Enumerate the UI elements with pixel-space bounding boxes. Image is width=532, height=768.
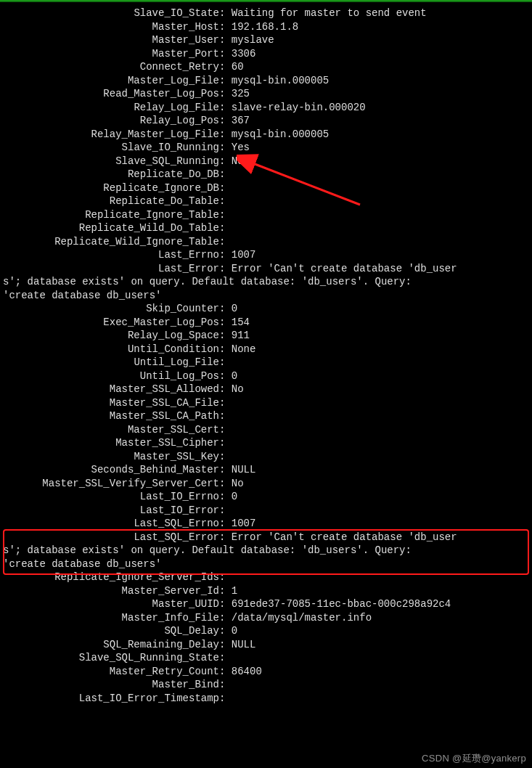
status-label: Master_User — [1, 33, 219, 47]
status-row: Master_Bind: — [1, 678, 531, 692]
status-value: mysql-bin.000005 — [225, 74, 329, 88]
status-row: Replicate_Ignore_DB: — [1, 181, 531, 195]
status-label: Master_Log_File — [1, 74, 219, 88]
status-label: Until_Log_Pos — [1, 369, 219, 383]
status-row: Master_Info_File:/data/mysql/master.info — [1, 611, 531, 625]
status-value: Waiting for master to send event — [225, 7, 426, 20]
status-value: 1 — [225, 584, 237, 598]
status-row: Master_SSL_Allowed:No — [1, 383, 531, 396]
status-label: Master_Retry_Count — [1, 665, 219, 679]
status-value: Error 'Can't create database 'db_user — [225, 262, 457, 276]
status-row: Relay_Master_Log_File:mysql-bin.000005 — [1, 128, 531, 142]
status-value — [225, 450, 231, 464]
status-label: Master_Server_Id — [1, 584, 219, 598]
status-value: 0 — [225, 624, 237, 638]
status-row: Replicate_Wild_Do_Table: — [1, 221, 531, 235]
status-value — [225, 436, 231, 450]
status-row: Slave_SQL_Running_State: — [1, 651, 531, 665]
status-row: Replicate_Ignore_Server_Ids: — [1, 571, 531, 584]
status-value: 0 — [225, 369, 237, 383]
status-label: Relay_Master_Log_File — [1, 128, 219, 142]
status-value — [225, 356, 231, 369]
status-label: Last_SQL_Errno — [1, 517, 219, 531]
status-value — [225, 181, 231, 195]
status-value — [225, 678, 231, 692]
status-value — [225, 208, 231, 222]
status-label: Relay_Log_Pos — [1, 114, 219, 128]
status-row: Master_Server_Id:1 — [1, 584, 531, 598]
status-label: Relay_Log_File — [1, 101, 219, 115]
status-row: Replicate_Do_Table: — [1, 195, 531, 208]
status-row: Last_Errno:1007 — [1, 248, 531, 262]
terminal-output: Slave_IO_State:Waiting for master to sen… — [0, 2, 532, 705]
status-row: Master_SSL_Cipher: — [1, 436, 531, 450]
status-row: Last_SQL_Errno:1007 — [1, 517, 531, 531]
status-label: Slave_IO_State — [1, 7, 219, 20]
status-row: SQL_Delay:0 — [1, 624, 531, 638]
status-row: Skip_Counter:0 — [1, 302, 531, 316]
status-row: Replicate_Wild_Ignore_Table: — [1, 235, 531, 249]
status-row: Master_SSL_Verify_Server_Cert:No — [1, 477, 531, 491]
status-value: No — [225, 155, 243, 168]
status-value: 367 — [225, 114, 250, 128]
status-row: Master_Log_File:mysql-bin.000005 — [1, 74, 531, 88]
status-value: mysql-bin.000005 — [225, 128, 329, 142]
status-label: SQL_Remaining_Delay — [1, 638, 219, 652]
status-label: Seconds_Behind_Master — [1, 463, 219, 477]
status-row: Replicate_Ignore_Table: — [1, 208, 531, 222]
status-row: Master_Port:3306 — [1, 47, 531, 61]
status-value: NULL — [225, 638, 255, 652]
status-label: Until_Log_File — [1, 356, 219, 369]
status-row: SQL_Remaining_Delay:NULL — [1, 638, 531, 652]
status-value — [225, 235, 231, 249]
status-value — [225, 423, 231, 437]
status-row: Until_Log_File: — [1, 356, 531, 369]
status-row: Master_Retry_Count:86400 — [1, 665, 531, 679]
status-row: Until_Condition:None — [1, 343, 531, 356]
status-value: 0 — [225, 302, 237, 316]
status-label: Exec_Master_Log_Pos — [1, 316, 219, 330]
status-value: 192.168.1.8 — [225, 20, 298, 34]
status-label: Master_Bind — [1, 678, 219, 692]
status-value: 325 — [225, 87, 250, 101]
status-row: Master_SSL_CA_File: — [1, 396, 531, 410]
status-label: Replicate_Do_DB — [1, 168, 219, 181]
status-value — [225, 195, 231, 208]
status-row: Until_Log_Pos:0 — [1, 369, 531, 383]
status-value: 86400 — [225, 665, 261, 679]
status-label: Last_IO_Error_Timestamp — [1, 692, 219, 706]
status-label: Master_SSL_Allowed — [1, 383, 219, 396]
status-value-continuation: 'create database db_users' — [1, 557, 531, 571]
status-value: 0 — [225, 490, 237, 504]
status-row: Last_SQL_Error:Error 'Can't create datab… — [1, 531, 531, 544]
status-label: Master_SSL_Key — [1, 450, 219, 464]
status-label: Slave_SQL_Running — [1, 155, 219, 168]
status-label: Master_Info_File — [1, 611, 219, 625]
status-value: 911 — [225, 329, 250, 343]
status-label: Skip_Counter — [1, 302, 219, 316]
status-value: NULL — [225, 463, 255, 477]
status-value: 691ede37-7085-11ec-bbac-000c298a92c4 — [225, 597, 451, 611]
status-row: Seconds_Behind_Master:NULL — [1, 463, 531, 477]
status-value: Error 'Can't create database 'db_user — [225, 531, 457, 544]
status-value — [225, 221, 231, 235]
status-label: Replicate_Ignore_DB — [1, 181, 219, 195]
status-row: Connect_Retry:60 — [1, 60, 531, 74]
status-value: 60 — [225, 60, 243, 74]
status-row: Master_SSL_CA_Path: — [1, 409, 531, 423]
status-label: Replicate_Ignore_Table — [1, 208, 219, 222]
status-label: SQL_Delay — [1, 624, 219, 638]
status-row: Relay_Log_Pos:367 — [1, 114, 531, 128]
status-row: Last_Error:Error 'Can't create database … — [1, 262, 531, 276]
status-label: Last_IO_Errno — [1, 490, 219, 504]
status-row: Last_IO_Error: — [1, 504, 531, 518]
status-label: Until_Condition — [1, 343, 219, 356]
status-value — [225, 396, 231, 410]
status-label: Replicate_Wild_Ignore_Table — [1, 235, 219, 249]
status-value: No — [225, 383, 243, 396]
status-value-continuation: 'create database db_users' — [1, 289, 531, 303]
status-label: Replicate_Wild_Do_Table — [1, 221, 219, 235]
status-value — [225, 168, 231, 181]
status-label: Master_UUID — [1, 597, 219, 611]
status-row: Master_Host:192.168.1.8 — [1, 20, 531, 34]
